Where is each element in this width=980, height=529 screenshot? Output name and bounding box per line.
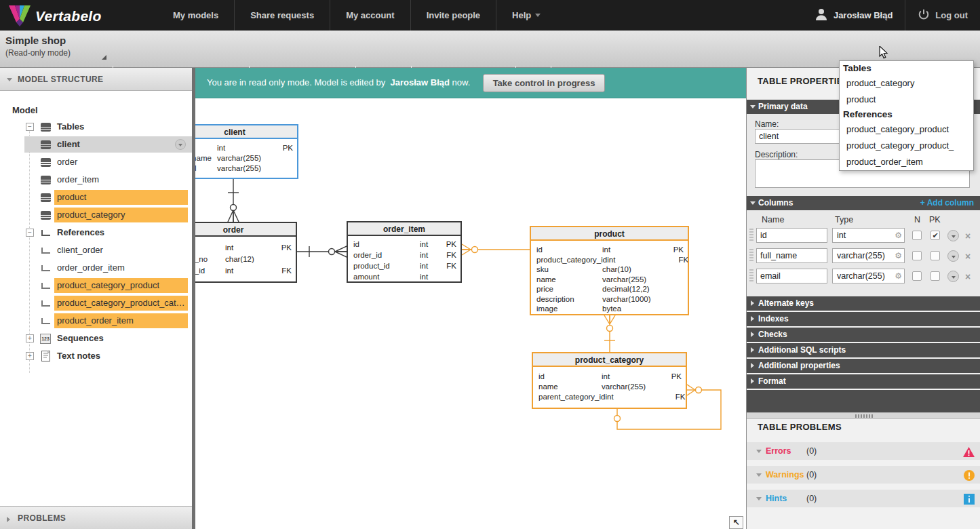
tree-item-product-category-product-cat[interactable]: product_category_product_cat…	[0, 295, 192, 311]
model-menu-triangle-icon[interactable]	[102, 55, 106, 60]
column-type-select[interactable]: varchar(255)⚙	[832, 269, 905, 283]
section-columns[interactable]: Columns + Add column	[747, 196, 980, 210]
logout-button[interactable]: Log out	[905, 0, 980, 31]
chevron-right-icon	[751, 332, 754, 337]
tree-item-client-order[interactable]: client_order	[0, 242, 192, 258]
delete-column-button[interactable]: ×	[965, 272, 971, 281]
tree-item-product-category[interactable]: product_category	[0, 207, 192, 223]
problems-panel-header[interactable]: PROBLEMS	[0, 506, 192, 529]
column-type-select[interactable]: int⚙	[832, 228, 905, 243]
column-menu-button[interactable]	[947, 271, 959, 282]
column-name-input[interactable]	[756, 228, 827, 243]
tree-item-client[interactable]: client	[0, 136, 192, 153]
collapse-icon[interactable]: −	[26, 229, 34, 237]
delete-column-button[interactable]: ×	[965, 231, 971, 241]
description-label: Description:	[755, 150, 798, 159]
pk-checkbox[interactable]	[930, 251, 940, 260]
add-column-button[interactable]: + Add column	[920, 196, 974, 210]
search-results-dropdown: Tables product_category product Referenc…	[839, 60, 974, 171]
column-name-input[interactable]	[756, 248, 827, 263]
user-area: Jarosław Błąd Log out	[802, 0, 980, 31]
vertabelo-logo[interactable]: Vertabelo	[7, 2, 102, 31]
tree-item-product[interactable]: product	[0, 189, 192, 205]
nav-share-requests[interactable]: Share requests	[235, 0, 330, 31]
reference-icon	[41, 229, 51, 237]
tree-item-order[interactable]: order	[0, 154, 192, 170]
problems-hints-row[interactable]: Hints (0)	[747, 490, 980, 507]
error-icon	[963, 446, 975, 463]
reference-icon	[41, 247, 51, 255]
problems-warnings-row[interactable]: Warnings (0)	[747, 466, 980, 484]
tree-root-model[interactable]: Model	[0, 102, 192, 119]
scroll-to-content-button[interactable]: ↖	[729, 516, 743, 529]
dropdown-item[interactable]: product_category_product_	[846, 140, 972, 151]
section-format[interactable]: Format	[747, 374, 980, 389]
gear-icon[interactable]: ⚙	[895, 269, 902, 283]
reference-icon	[41, 282, 51, 290]
gear-icon[interactable]: ⚙	[895, 229, 902, 242]
section-additional-properties[interactable]: Additional properties	[747, 359, 980, 373]
col-header-name: Name	[762, 215, 784, 224]
name-label: Name:	[755, 119, 779, 129]
problems-errors-row[interactable]: Errors (0)	[747, 442, 980, 460]
chevron-right-icon	[751, 378, 754, 384]
tree-section-sequences[interactable]: + 123 Sequences	[0, 330, 192, 347]
tree-section-references[interactable]: − References	[0, 224, 192, 241]
section-additional-sql[interactable]: Additional SQL scripts	[747, 343, 980, 357]
nav-invite-people[interactable]: Invite people	[411, 0, 496, 31]
tree-section-tables[interactable]: − Tables	[0, 119, 192, 135]
column-type-select[interactable]: varchar(255)⚙	[832, 248, 905, 263]
null-checkbox[interactable]	[912, 271, 922, 281]
diagram-table-client[interactable]: client idintPK full_namevarchar(255) ema…	[195, 124, 298, 179]
nav-my-models[interactable]: My models	[157, 0, 234, 31]
expand-icon[interactable]: +	[26, 352, 34, 360]
drag-handle[interactable]	[749, 269, 753, 283]
dropdown-item[interactable]: product	[846, 94, 972, 104]
reference-icon	[41, 300, 51, 308]
tree-section-text-notes[interactable]: + Text notes	[0, 348, 192, 364]
nav-help[interactable]: Help	[496, 0, 556, 31]
section-checks[interactable]: Checks	[747, 328, 980, 342]
drag-handle[interactable]	[749, 249, 753, 262]
tree-item-order-item[interactable]: order_item	[0, 172, 192, 188]
null-checkbox[interactable]	[912, 251, 922, 260]
nav-my-account[interactable]: My account	[330, 0, 410, 31]
user-menu[interactable]: Jarosław Błąd	[802, 0, 905, 31]
diagram-table-order-item[interactable]: order_item idintPK order_idintFK product…	[347, 221, 462, 283]
delete-column-button[interactable]: ×	[965, 252, 971, 261]
dropdown-item[interactable]: product_category_product	[846, 124, 972, 134]
diagram-table-product[interactable]: product idintPK product_category_idintFK…	[530, 226, 689, 315]
model-mode: (Read-only mode)	[5, 48, 71, 58]
panel-title: TABLE PROPERTIES	[758, 76, 849, 86]
item-menu-chevron-icon[interactable]	[175, 139, 186, 150]
chevron-right-icon	[751, 347, 754, 353]
section-alternate-keys[interactable]: Alternate keys	[747, 296, 980, 311]
column-menu-button[interactable]	[947, 230, 959, 241]
gear-icon[interactable]: ⚙	[895, 249, 902, 262]
chevron-right-icon	[751, 363, 754, 368]
take-control-button[interactable]: Take control in progress	[483, 74, 605, 92]
collapse-icon[interactable]: −	[26, 123, 34, 131]
diagram-table-product-category[interactable]: product_category idintPK namevarchar(255…	[532, 352, 687, 409]
column-name-input[interactable]	[756, 269, 827, 283]
section-indexes[interactable]: Indexes	[747, 312, 980, 326]
pk-checkbox[interactable]	[930, 271, 940, 281]
panel-splitter[interactable]	[747, 412, 980, 419]
dropdown-item[interactable]: product_order_item	[846, 157, 972, 167]
expand-icon[interactable]: +	[26, 334, 34, 342]
model-name[interactable]: Simple shop	[5, 35, 66, 46]
tree-item-product-category-product[interactable]: product_category_product	[0, 277, 192, 294]
table-icon	[41, 176, 51, 184]
null-checkbox[interactable]	[912, 231, 922, 240]
tree-item-order-order-item[interactable]: order_order_item	[0, 260, 192, 276]
model-structure-header[interactable]: MODEL STRUCTURE	[0, 68, 192, 91]
tree-item-product-order-item[interactable]: product_order_item	[0, 313, 192, 329]
diagram-canvas[interactable]: You are in read only mode. Model is edit…	[195, 68, 746, 529]
pk-checkbox[interactable]: ✔	[930, 231, 940, 240]
drag-handle[interactable]	[749, 229, 753, 242]
diagram-table-order[interactable]: order idintPK order_nochar(12) client_id…	[195, 222, 297, 283]
column-menu-button[interactable]	[947, 250, 959, 262]
table-icon	[41, 193, 51, 202]
user-icon	[815, 7, 828, 23]
dropdown-item[interactable]: product_category	[846, 78, 972, 88]
